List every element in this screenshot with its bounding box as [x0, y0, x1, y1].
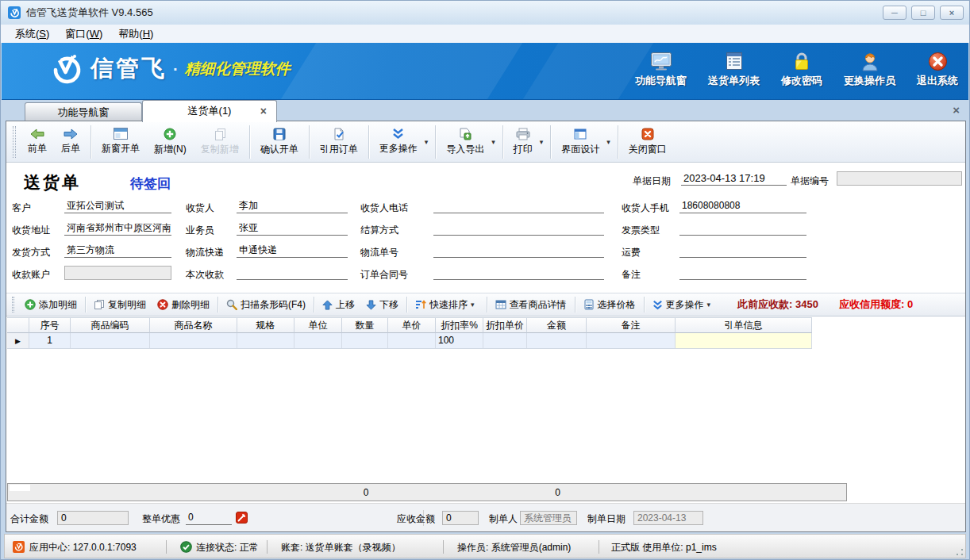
dropdown-arrow-icon[interactable]: ▾ — [707, 301, 711, 309]
invoice-type-field[interactable] — [679, 221, 806, 236]
cell-discount-price[interactable] — [483, 333, 527, 349]
add-detail-button[interactable]: 添加明细 — [19, 298, 83, 312]
cell-product-name[interactable] — [150, 333, 237, 349]
credit-limit-text: 应收信用额度: 0 — [839, 297, 913, 312]
resize-grip[interactable] — [956, 548, 964, 556]
settlement-field[interactable] — [433, 221, 604, 236]
view-product-detail-button[interactable]: 查看商品详情 — [490, 298, 572, 312]
tabstrip-close-icon[interactable]: × — [953, 103, 960, 117]
cell-seq[interactable]: 1 — [29, 333, 71, 349]
separator — [435, 125, 436, 159]
grid-column-header: 单价 — [388, 317, 436, 333]
field-label-logistics: 物流快递 — [186, 245, 224, 259]
totals-amount: 0 — [528, 485, 587, 500]
menu-window[interactable]: 窗口(W) — [59, 25, 112, 43]
move-up-button[interactable]: 上移 — [317, 298, 360, 312]
cell-ref-info[interactable] — [676, 333, 812, 349]
close-window-button[interactable]: 关闭窗口 — [622, 123, 674, 161]
ship-method-field[interactable]: 第三方物流 — [64, 244, 171, 258]
address-field[interactable]: 河南省郑州市中原区河南省 — [64, 221, 171, 236]
change-password-button[interactable]: 修改密码 — [781, 52, 822, 88]
tab-close-icon[interactable]: × — [260, 101, 267, 121]
field-label-salesman: 业务员 — [186, 223, 214, 237]
confirm-order-button[interactable]: 确认开单 — [253, 123, 306, 161]
ui-design-button[interactable]: 界面设计 — [554, 123, 606, 161]
dropdown-arrow-icon[interactable]: ▾ — [540, 138, 544, 146]
move-down-button[interactable]: 下移 — [360, 298, 404, 312]
toolbar-grip[interactable] — [13, 126, 16, 158]
quick-sort-button[interactable]: 快速排序 ▾ — [410, 298, 484, 312]
customer-field[interactable]: 亚拓公司测试 — [64, 199, 171, 213]
new-window-order-button[interactable]: 新窗开单 — [94, 123, 147, 161]
receiver-field[interactable]: 李加 — [237, 199, 348, 213]
toolbar-grip[interactable] — [12, 297, 14, 313]
grid-totals-row: 0 0 — [7, 483, 847, 501]
add-circle-icon — [25, 299, 36, 310]
cell-spec[interactable] — [237, 333, 294, 349]
total-amount-label: 合计金额 — [10, 512, 48, 526]
separator — [249, 125, 250, 159]
order-discount-field[interactable]: 0 — [186, 511, 232, 525]
dropdown-arrow-icon[interactable]: ▾ — [491, 138, 495, 146]
salesman-field[interactable]: 张亚 — [237, 221, 348, 236]
add-new-button[interactable]: 新增(N) — [147, 123, 194, 161]
row-selector-cell[interactable]: ▶ — [7, 333, 29, 349]
edition-status: 正式版 使用单位: p1_ims — [611, 541, 717, 554]
doc-check-icon — [333, 128, 345, 140]
next-order-button[interactable]: 后单 — [54, 123, 87, 161]
logistics-field[interactable]: 申通快递 — [237, 244, 348, 258]
connection-ok-icon — [180, 541, 192, 553]
ref-order-button[interactable]: 引用订单 — [313, 123, 365, 161]
cell-product-code[interactable] — [71, 333, 150, 349]
freight-field[interactable] — [679, 244, 806, 258]
minimize-button[interactable]: ─ — [883, 6, 906, 20]
separator — [406, 297, 407, 313]
delete-detail-button[interactable]: 删除明细 — [152, 298, 215, 312]
close-button[interactable]: × — [940, 6, 964, 20]
printer-icon — [516, 128, 530, 140]
more-operations-button[interactable]: 更多操作 — [372, 123, 425, 161]
payment-field[interactable] — [237, 266, 348, 280]
tab-nav-window[interactable]: 功能导航窗 — [25, 102, 142, 121]
grid-column-header: 序号 — [29, 317, 71, 333]
cell-discount-rate[interactable]: 100 — [436, 333, 483, 349]
dropdown-arrow-icon[interactable]: ▾ — [471, 301, 475, 309]
prev-order-button[interactable]: 前单 — [21, 123, 54, 161]
cell-price[interactable] — [388, 333, 436, 349]
import-export-button[interactable]: 导入导出 — [439, 123, 491, 161]
cell-qty[interactable] — [342, 333, 388, 349]
receiver-phone-field[interactable] — [433, 199, 604, 213]
calculator-icon — [583, 299, 595, 310]
exit-system-button[interactable]: 退出系统 — [917, 52, 958, 88]
delivery-list-button[interactable]: 送货单列表 — [708, 52, 760, 88]
operator-icon — [860, 52, 880, 71]
remark-field[interactable] — [679, 266, 806, 280]
nav-window-button[interactable]: 功能导航窗 — [635, 52, 687, 88]
grid-column-header: 商品编码 — [71, 317, 150, 333]
scan-barcode-button[interactable]: 扫描条形码(F4) — [221, 298, 311, 312]
print-button[interactable]: 打印 — [506, 123, 540, 161]
cell-unit[interactable] — [294, 333, 342, 349]
more-detail-operations-button[interactable]: 更多操作 ▾ — [647, 298, 721, 312]
dropdown-arrow-icon[interactable]: ▾ — [606, 138, 610, 146]
brand: 信管飞 · 精细化管理软件 — [48, 53, 291, 85]
contract-no-field[interactable] — [433, 266, 604, 280]
cell-amount[interactable] — [527, 333, 587, 349]
tracking-no-field[interactable] — [433, 244, 604, 258]
receiver-mobile-field[interactable]: 18608080808 — [679, 199, 806, 213]
cell-remark[interactable] — [587, 333, 676, 349]
discount-edit-icon[interactable] — [236, 512, 248, 524]
layout-icon — [574, 128, 587, 140]
copy-detail-button[interactable]: 复制明细 — [88, 298, 152, 312]
select-price-button[interactable]: 选择价格 — [578, 298, 641, 312]
menu-system[interactable]: 系统(S) — [9, 25, 59, 43]
copy-new-button[interactable]: 复制新增 — [194, 123, 246, 161]
grid-column-header: 金额 — [527, 317, 587, 333]
dropdown-arrow-icon[interactable]: ▾ — [425, 138, 429, 146]
doc-date-field[interactable]: 2023-04-13 17:19 — [681, 171, 787, 186]
menu-help[interactable]: 帮助(H) — [112, 25, 163, 43]
tab-delivery-order[interactable]: 送货单(1) × — [142, 100, 277, 122]
items-grid: 序号 商品编码 商品名称 规格 单位 数量 单价 折扣率% 折扣单价 金额 备注… — [6, 316, 965, 503]
switch-operator-button[interactable]: 更换操作员 — [844, 52, 895, 88]
maximize-button[interactable]: □ — [911, 6, 935, 20]
